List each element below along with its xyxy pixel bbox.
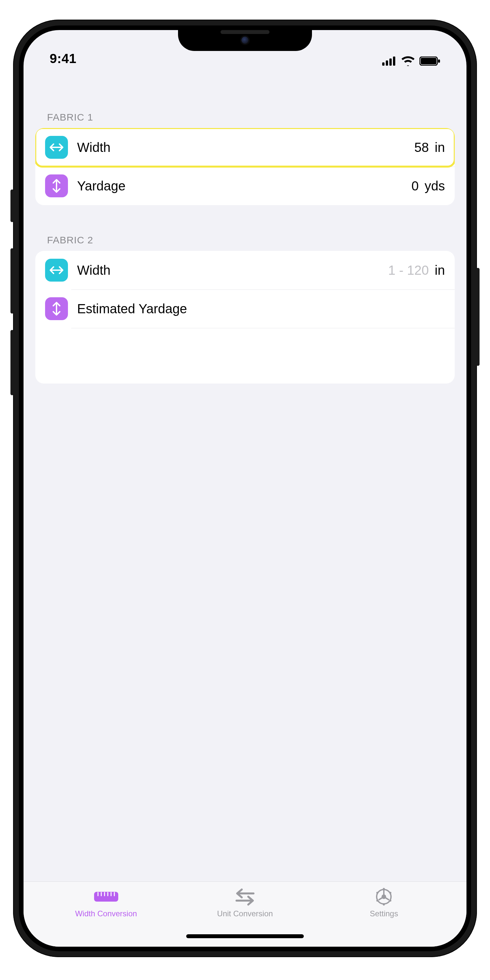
row-label: Estimated Yardage (77, 302, 445, 316)
svg-rect-5 (421, 58, 436, 64)
row-fabric2-estimated[interactable]: Estimated Yardage (35, 290, 455, 328)
status-icons (382, 56, 440, 66)
swap-icon (235, 888, 255, 906)
section-header-fabric2: FABRIC 2 (35, 235, 455, 251)
section-header-fabric1: FABRIC 1 (35, 112, 455, 128)
svg-rect-0 (382, 62, 385, 66)
svg-point-29 (376, 900, 378, 902)
row-value: 0 (412, 179, 419, 193)
mute-switch[interactable] (10, 189, 14, 222)
width-icon (45, 259, 68, 282)
tab-settings[interactable]: Settings (335, 888, 433, 918)
row-label: Width (77, 263, 388, 278)
card-fabric2: Width 1 - 120 in Estimated Yardage (35, 251, 455, 383)
row-placeholder: 1 - 120 (388, 263, 429, 278)
tab-unit-conversion[interactable]: Unit Conversion (196, 888, 294, 918)
row-unit: in (435, 140, 445, 155)
svg-rect-1 (386, 60, 388, 66)
cellular-icon (382, 57, 396, 66)
tab-label: Unit Conversion (217, 909, 273, 918)
tab-label: Settings (370, 909, 398, 918)
estimated-yardage-result (35, 328, 455, 383)
svg-rect-3 (393, 57, 395, 66)
ruler-icon (94, 888, 119, 906)
battery-icon (420, 57, 440, 66)
phone-frame: 9:41 (13, 20, 477, 957)
row-unit: yds (425, 179, 445, 193)
row-fabric1-yardage[interactable]: Yardage 0 yds (35, 167, 455, 205)
volume-down-button[interactable] (10, 330, 14, 395)
svg-point-25 (383, 888, 385, 890)
wifi-icon (401, 56, 415, 66)
row-unit: in (435, 263, 445, 278)
power-button[interactable] (476, 268, 480, 366)
svg-point-30 (376, 892, 378, 894)
yardage-icon (45, 297, 68, 320)
notch (178, 25, 312, 51)
status-time: 9:41 (50, 51, 76, 66)
card-fabric1: Width 58 in Yardage 0 yds (35, 128, 455, 205)
svg-rect-2 (390, 59, 392, 66)
tab-width-conversion[interactable]: Width Conversion (57, 888, 155, 918)
svg-point-28 (383, 904, 385, 905)
width-icon (45, 136, 68, 159)
volume-up-button[interactable] (10, 248, 14, 313)
svg-point-27 (390, 900, 391, 902)
gear-icon (375, 888, 393, 906)
svg-point-26 (390, 892, 391, 894)
svg-rect-6 (438, 59, 440, 63)
row-label: Width (77, 140, 414, 155)
row-fabric1-width[interactable]: Width 58 in (35, 128, 455, 167)
row-fabric2-width[interactable]: Width 1 - 120 in (35, 251, 455, 290)
row-label: Yardage (77, 179, 412, 193)
home-indicator[interactable] (186, 934, 304, 938)
row-value: 58 (414, 140, 429, 155)
yardage-icon (45, 175, 68, 197)
main-content: FABRIC 1 Width 58 in (24, 73, 466, 881)
tab-label: Width Conversion (75, 909, 137, 918)
